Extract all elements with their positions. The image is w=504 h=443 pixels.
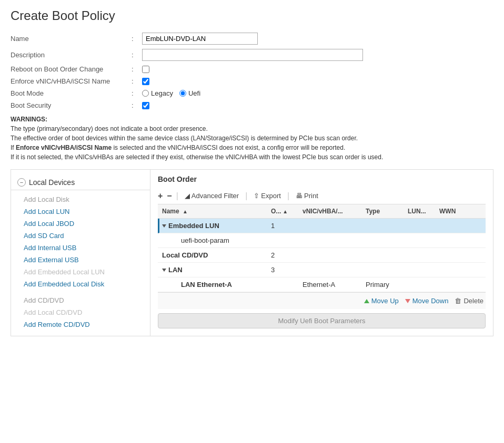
page-container: Create Boot Policy Name : Description : … [0,0,504,345]
boot-security-label: Boot Security [11,101,132,109]
warning-line3-post: is selected and the vNIC/vHBA/iSCSI does… [112,144,345,151]
enforce-label: Enforce vNIC/vHBA/iSCSI Name [11,77,132,85]
table-row[interactable]: Local CD/DVD 2 [158,248,486,263]
description-row: Description : [11,49,493,61]
table-row[interactable]: uefi-boot-param [158,233,486,248]
row-name-embedded-lun: Embedded LUN [162,222,271,230]
add-internal-usb[interactable]: Add Internal USB [11,242,150,254]
local-devices-title: Local Devices [29,178,75,187]
move-down-button[interactable]: Move Down [405,297,449,305]
move-down-icon [405,299,410,303]
add-local-jbod[interactable]: Add Local JBOD [11,218,150,230]
export-button[interactable]: ⇧ Export [251,191,283,201]
description-label: Description [11,51,132,59]
page-title: Create Boot Policy [11,8,493,23]
boot-mode-row: Boot Mode : Legacy Uefi [11,89,493,97]
warning-line2: The effective order of boot devices with… [11,135,358,142]
warnings-section: WARNINGS: The type (primary/secondary) d… [11,115,493,162]
boot-mode-radio-group: Legacy Uefi [142,89,200,97]
row-name-local-cddvd: Local CD/DVD [162,251,271,259]
boot-mode-label: Boot Mode [11,89,132,97]
boot-security-colon: : [132,101,142,109]
add-external-usb[interactable]: Add External USB [11,254,150,266]
col-lun: LUN... [408,208,439,215]
boot-order-title: Boot Order [158,175,486,183]
table-row[interactable]: LAN Ethernet-A Ethernet-A Primary [158,277,486,292]
main-layout: − Local Devices Add Local Disk Add Local… [11,169,493,336]
row-order: 3 [271,266,303,274]
warning-line3-pre: If [11,144,16,151]
warnings-header: WARNINGS: [11,116,47,123]
warning-line3-bold: Enforce vNIC/vHBA/iSCSI Name [16,144,112,151]
name-label: Name [11,35,132,43]
col-order: O...▲ [271,208,303,215]
legacy-option: Legacy [142,89,173,97]
form-section: Name : Description : Reboot on Boot Orde… [11,33,493,109]
uefi-radio[interactable] [179,90,186,97]
warning-line4: If it is not selected, the vNICs/vHBAs a… [11,153,383,161]
boot-security-row: Boot Security : [11,101,493,109]
move-up-icon [364,299,369,303]
left-panel: − Local Devices Add Local Disk Add Local… [11,170,150,336]
description-colon: : [132,51,142,59]
add-remote-cddvd[interactable]: Add Remote CD/DVD [11,318,150,331]
add-local-disk-section: Add Local Disk [11,193,150,205]
uefi-option: Uefi [179,89,200,97]
table-body: Embedded LUN 1 uefi-boot-param [158,219,486,292]
boot-order-toolbar: + − | ◢ Advanced Filter | ⇧ Export | 🖶 P… [158,188,486,204]
row-order: 2 [271,251,303,259]
add-embedded-local-disk[interactable]: Add Embedded Local Disk [11,278,150,290]
print-icon: 🖶 [296,192,303,200]
description-input[interactable] [142,49,363,61]
reboot-label: Reboot on Boot Order Change [11,65,132,73]
uefi-label: Uefi [188,89,200,97]
trash-icon: 🗑 [455,297,461,305]
add-embedded-local-lun: Add Embedded Local LUN [11,266,150,278]
row-name-uefi-boot-param: uefi-boot-param [170,236,271,244]
local-devices-header: − Local Devices [11,175,150,190]
bottom-toolbar: Move Up Move Down 🗑 Delete [158,292,486,309]
name-row: Name : [11,33,493,45]
reboot-checkbox[interactable] [142,66,149,73]
row-order: 1 [271,222,303,230]
expand-icon [162,224,166,228]
enforce-colon: : [132,77,142,85]
export-icon: ⇧ [254,192,259,200]
collapse-button[interactable]: − [17,178,26,187]
row-vnic: Ethernet-A [303,281,366,289]
remove-button[interactable]: − [167,191,172,201]
legacy-radio[interactable] [142,90,149,97]
right-panel: Boot Order + − | ◢ Advanced Filter | ⇧ E… [150,170,493,336]
table-row[interactable]: Embedded LUN 1 [158,219,486,233]
advanced-filter-button[interactable]: ◢ Advanced Filter [183,191,241,201]
table-header: Name ▲ O...▲ vNIC/vHBA/... Type LUN... W… [158,204,486,219]
boot-mode-colon: : [132,89,142,97]
row-name-lan-ethernet-a: LAN Ethernet-A [170,281,271,289]
add-local-lun[interactable]: Add Local LUN [11,205,150,218]
col-type: Type [366,208,408,215]
move-up-button[interactable]: Move Up [364,297,399,305]
col-vnic: vNIC/vHBA/... [303,208,366,215]
enforce-row: Enforce vNIC/vHBA/iSCSI Name : [11,77,493,85]
add-cddvd-section: Add CD/DVD [11,294,150,306]
modify-uefi-button: Modify Uefi Boot Parameters [158,313,486,328]
reboot-row: Reboot on Boot Order Change : [11,65,493,73]
expand-icon [162,269,166,272]
col-wwn: WWN [439,208,481,215]
add-button[interactable]: + [158,191,163,201]
filter-icon: ◢ [185,192,190,200]
reboot-colon: : [132,65,142,73]
row-type: Primary [366,281,408,289]
print-button[interactable]: 🖶 Print [294,191,320,201]
delete-button[interactable]: 🗑 Delete [455,297,483,305]
table-row[interactable]: LAN 3 [158,263,486,277]
add-sd-card[interactable]: Add SD Card [11,230,150,242]
name-input[interactable] [142,33,258,45]
boot-security-checkbox[interactable] [142,102,149,109]
enforce-checkbox[interactable] [142,78,149,85]
warning-line1: The type (primary/secondary) does not in… [11,125,208,132]
row-name-lan: LAN [162,266,271,274]
name-colon: : [132,35,142,43]
col-name: Name ▲ [162,208,271,215]
legacy-label: Legacy [151,89,173,97]
